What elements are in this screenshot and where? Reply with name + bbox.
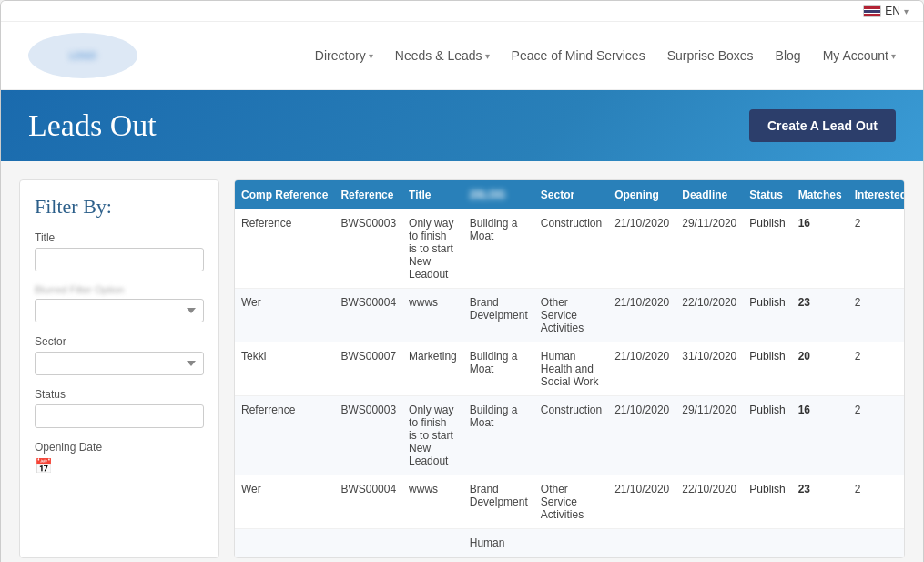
leads-table: Comp ReferenceReferenceTitle20LOGSectorO… [235, 180, 905, 557]
cell-2: Only way to finish is to start New Leado… [402, 209, 463, 289]
cell-4: Other Service Activities [534, 289, 608, 342]
filter-sidebar: Filter By: Title Blurred Filter Option S… [19, 179, 219, 558]
table-row: TekkiBWS00007MarketingBuilding a MoatHum… [235, 342, 905, 396]
cell-6: 29/11/2020 [675, 209, 743, 289]
col-header-reference: Reference [334, 180, 402, 209]
table-row: WerBWS00004wwwsBrand DevelpmentOther Ser… [235, 475, 905, 529]
col-header-interested: Interested [848, 180, 905, 209]
matches-count: 16 [792, 209, 848, 289]
chevron-down-icon: ▾ [369, 51, 373, 61]
nav-item-peace-of-mind-services[interactable]: Peace of Mind Services [512, 48, 645, 63]
cell-0: Referrence [235, 396, 334, 475]
page-title: Leads Out [28, 108, 157, 143]
cell-3: Human [463, 529, 534, 557]
title-filter-input[interactable] [35, 248, 204, 271]
table-body: ReferenceBWS00003Only way to finish is t… [235, 209, 905, 557]
col-header-status: Status [743, 180, 791, 209]
col-header-sector: Sector [534, 180, 608, 209]
cell-5: 21/10/2020 [608, 475, 675, 529]
cell-0: Wer [235, 475, 334, 529]
filter-group-blurred: Blurred Filter Option [35, 284, 204, 322]
cell-2: Only way to finish is to start New Leado… [402, 396, 463, 475]
cell-2: wwws [402, 289, 463, 342]
status-filter-input[interactable] [35, 404, 204, 428]
cell-2 [402, 529, 463, 557]
cell-5: 21/10/2020 [608, 289, 675, 342]
lang-selector[interactable]: EN ▾ [863, 5, 909, 17]
cell-9: 2 [848, 289, 905, 342]
cell-1: BWS00004 [334, 289, 402, 342]
cell-5: 21/10/2020 [608, 396, 675, 475]
cell-6: 22/10/2020 [675, 475, 743, 529]
cell-1: BWS00003 [334, 396, 402, 475]
col-header-opening: Opening [608, 180, 675, 209]
col-header-matches: Matches [792, 180, 848, 209]
nav-item-directory[interactable]: Directory▾ [315, 48, 373, 63]
filter-group-sector: Sector Construction Other Service Activi… [35, 335, 204, 375]
logo-placeholder: LOGO [69, 51, 96, 61]
cell-9: 2 [848, 342, 905, 396]
table-row: WerBWS00004wwwsBrand DevelpmentOther Ser… [235, 289, 905, 342]
cell-2: wwws [402, 475, 463, 529]
cell-4: Other Service Activities [534, 475, 608, 529]
blurred-filter-select[interactable] [35, 299, 204, 322]
title-filter-label: Title [35, 231, 204, 244]
col-header-comp-reference: Comp Reference [235, 180, 334, 209]
cell-3: Brand Develpment [463, 289, 534, 342]
status-badge: Publish [743, 396, 791, 475]
header: LOGO Directory▾Needs & Leads▾Peace of Mi… [1, 22, 923, 90]
col-header-deadline: Deadline [675, 180, 743, 209]
create-lead-out-button[interactable]: Create A Lead Out [749, 109, 896, 142]
cell-5: 21/10/2020 [608, 209, 675, 289]
cell-2: Marketing [402, 342, 463, 396]
cell-9: 2 [848, 396, 905, 475]
chevron-down-icon: ▾ [485, 51, 490, 61]
calendar-icon[interactable]: 📅 [35, 458, 53, 474]
cell-1: BWS00004 [334, 475, 402, 529]
page-banner: Leads Out Create A Lead Out [1, 90, 923, 161]
cell-3: Building a Moat [463, 342, 534, 396]
table-row: Human [235, 529, 905, 557]
cell-3: Building a Moat [463, 209, 534, 289]
matches-count: 20 [792, 342, 848, 396]
filter-group-opening-date: Opening Date 📅 [35, 441, 204, 475]
cell-5: 21/10/2020 [608, 342, 675, 396]
cell-3: Brand Develpment [463, 475, 534, 529]
filter-group-status: Status [35, 388, 204, 428]
status-badge: Publish [743, 289, 791, 342]
sector-filter-select[interactable]: Construction Other Service Activities Hu… [35, 352, 204, 375]
cell-6: 29/11/2020 [675, 396, 743, 475]
table-row: ReferrenceBWS00003Only way to finish is … [235, 396, 905, 475]
main-nav: Directory▾Needs & Leads▾Peace of Mind Se… [315, 48, 896, 63]
lang-chevron: ▾ [904, 6, 909, 16]
matches-count: 23 [792, 475, 848, 529]
cell-1: BWS00007 [334, 342, 402, 396]
cell-4: Construction [534, 209, 608, 289]
nav-item-needs---leads[interactable]: Needs & Leads▾ [395, 48, 490, 63]
cell-5 [608, 529, 675, 557]
cell-0 [235, 529, 334, 557]
flag-icon [863, 5, 881, 17]
matches-count: 16 [792, 396, 848, 475]
cell-0: Reference [235, 209, 334, 289]
cell-4 [534, 529, 608, 557]
filter-title: Filter By: [35, 195, 204, 219]
col-header-20log: 20LOG [463, 180, 534, 209]
nav-item-surprise-boxes[interactable]: Surprise Boxes [667, 48, 754, 63]
lang-bar: EN ▾ [1, 1, 923, 22]
table-row: ReferenceBWS00003Only way to finish is t… [235, 209, 905, 289]
cell-1 [334, 529, 402, 557]
nav-item-my-account[interactable]: My Account▾ [823, 48, 896, 63]
status-badge: Publish [743, 342, 791, 396]
cell-6: 31/10/2020 [675, 342, 743, 396]
matches-count: 23 [792, 289, 848, 342]
cell-7 [743, 529, 791, 557]
cell-9 [848, 529, 905, 557]
logo: LOGO [28, 33, 137, 78]
leads-table-area: Comp ReferenceReferenceTitle20LOGSectorO… [234, 179, 905, 558]
cell-1: BWS00003 [334, 209, 402, 289]
col-header-title: Title [402, 180, 463, 209]
cell-4: Construction [534, 396, 608, 475]
matches-count [792, 529, 848, 557]
nav-item-blog[interactable]: Blog [776, 48, 801, 63]
